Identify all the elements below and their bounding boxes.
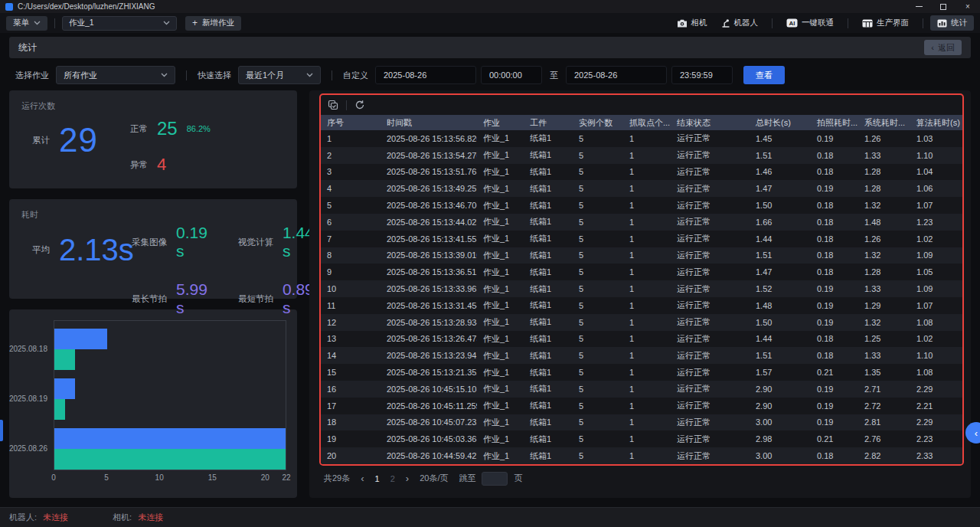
page-number-1[interactable]: 1	[375, 474, 380, 483]
back-button[interactable]: ‹ 返回	[924, 40, 962, 55]
tool-button-stats-chart[interactable]: 统计	[930, 15, 974, 31]
table-cell: 2.71	[858, 381, 910, 398]
table-row[interactable]: 12025-08-26 15:13:56.820作业_1纸箱151运行正常1.4…	[321, 130, 962, 147]
table-cell: 7	[321, 231, 381, 247]
chart-card: 2025.08.182025.08.192025.08.26 051015202…	[9, 309, 297, 498]
table-cell: 1.08	[910, 364, 962, 381]
robot-status-label: 机器人:	[9, 512, 37, 523]
table-cell: 1.33	[858, 347, 910, 364]
end-time-input[interactable]: 23:59:59	[671, 66, 733, 84]
table-cell: 5	[573, 447, 623, 464]
quick-select[interactable]: 最近1个月	[238, 66, 321, 84]
total-runs-label: 累计	[32, 135, 50, 146]
table-cell: 1.45	[750, 130, 811, 147]
run-count-card: 运行次数 累计 29 正常 25 86.2% 异常 4	[9, 90, 297, 188]
job-select-value: 作业_1	[69, 18, 94, 28]
stats-column: 运行次数 累计 29 正常 25 86.2% 异常 4 耗时 平均	[9, 90, 297, 498]
view-button[interactable]: 查看	[743, 66, 785, 84]
copy-check-icon[interactable]	[328, 100, 338, 110]
table-row[interactable]: 162025-08-26 10:45:15.108作业_1纸箱151运行正常2.…	[321, 381, 962, 398]
start-time-input[interactable]: 00:00:00	[481, 66, 542, 84]
table-row[interactable]: 142025-08-26 15:13:23.941作业_1纸箱151运行正常1.…	[321, 347, 962, 364]
add-job-button[interactable]: + 新增作业	[185, 16, 241, 31]
table-cell: 2025-08-26 15:13:21.352	[381, 364, 477, 381]
column-header: 系统耗时...	[858, 115, 910, 130]
table-row[interactable]: 182025-08-26 10:45:07.232作业_1纸箱151运行正常3.…	[321, 414, 962, 431]
tool-button-robot[interactable]: 机器人	[714, 15, 766, 31]
tool-button-camera[interactable]: 相机	[670, 15, 714, 31]
prev-page-button[interactable]: ‹	[361, 473, 364, 484]
time-stat-item: 最长节拍5.99 s	[132, 280, 207, 317]
chart-x-axis: 0510152022	[54, 470, 286, 486]
table-cell: 1	[623, 197, 671, 214]
table-cell: 0.21	[811, 364, 858, 381]
x-tick-label: 10	[155, 473, 164, 482]
camera-status-label: 相机:	[113, 512, 132, 523]
robot-status-value: 未连接	[43, 512, 68, 523]
table-cell: 运行正常	[671, 364, 750, 381]
table-cell: 运行正常	[671, 197, 750, 214]
table-row[interactable]: 42025-08-26 15:13:49.257作业_1纸箱151运行正常1.4…	[321, 180, 962, 197]
table-cell: 2025-08-26 10:45:07.232	[381, 414, 477, 431]
table-cell: 作业_1	[477, 447, 524, 464]
x-tick-label: 5	[104, 473, 109, 482]
minimize-button[interactable]	[906, 0, 931, 13]
jump-page-input[interactable]	[482, 472, 508, 486]
table-cell: 运行正常	[671, 180, 750, 197]
time-stat-item: 最短节拍0.89 s	[238, 280, 314, 317]
table-cell: 运行正常	[671, 247, 750, 264]
table-row[interactable]: 32025-08-26 15:13:51.763作业_1纸箱151运行正常1.4…	[321, 164, 962, 181]
table-cell: 1	[623, 147, 671, 164]
page-number-2[interactable]: 2	[390, 474, 395, 483]
table-row[interactable]: 22025-08-26 15:13:54.276作业_1纸箱151运行正常1.5…	[321, 147, 962, 164]
table-cell: 5	[573, 147, 623, 164]
table-cell: 5	[573, 331, 623, 348]
chart-category-labels: 2025.08.182025.08.192025.08.26	[9, 320, 47, 470]
chevron-left-icon: ‹	[931, 43, 934, 52]
table-row[interactable]: 132025-08-26 15:13:26.473作业_1纸箱151运行正常1.…	[321, 331, 962, 348]
start-date-input[interactable]: 2025-08-26	[375, 66, 476, 84]
table-cell: 0.19	[811, 398, 858, 414]
end-date-input[interactable]: 2025-08-26	[566, 66, 667, 84]
table-cell: 作业_1	[477, 164, 524, 181]
table-row[interactable]: 102025-08-26 15:13:33.963作业_1纸箱151运行正常1.…	[321, 280, 962, 297]
left-drawer-handle[interactable]	[0, 420, 3, 441]
table-row[interactable]: 92025-08-26 15:13:36.512作业_1纸箱151运行正常1.4…	[321, 264, 962, 280]
table-cell: 0.18	[811, 264, 858, 280]
table-cell: 纸箱1	[524, 247, 573, 264]
table-cell: 2.90	[750, 398, 811, 414]
table-row[interactable]: 172025-08-26 10:45:11.259作业_1纸箱151运行正常2.…	[321, 398, 962, 414]
table-row[interactable]: 62025-08-26 15:13:44.027作业_1纸箱151运行正常1.6…	[321, 214, 962, 231]
end-date-value: 2025-08-26	[574, 70, 617, 80]
bar-总次数-2025.08.18	[54, 329, 107, 349]
table-row[interactable]: 72025-08-26 15:13:41.553作业_1纸箱151运行正常1.4…	[321, 231, 962, 247]
table-cell: 1	[321, 130, 381, 147]
table-cell: 20	[321, 447, 381, 464]
table-row[interactable]: 82025-08-26 15:13:39.010作业_1纸箱151运行正常1.5…	[321, 247, 962, 264]
table-row[interactable]: 52025-08-26 15:13:46.706作业_1纸箱151运行正常1.5…	[321, 197, 962, 214]
maximize-button[interactable]	[931, 0, 956, 13]
table-cell: 1.48	[750, 297, 811, 314]
table-cell: 3.00	[750, 447, 811, 464]
table-cell: 0.19	[811, 414, 858, 431]
menubar: 菜单 作业_1 + 新增作业 相机机器人AI一键联通生产界面统计	[0, 13, 980, 33]
table-cell: 18	[321, 414, 381, 431]
refresh-icon[interactable]	[354, 100, 365, 110]
job-filter-select[interactable]: 所有作业	[56, 66, 175, 84]
table-cell: 0.18	[811, 247, 858, 264]
table-row[interactable]: 152025-08-26 15:13:21.352作业_1纸箱151运行正常1.…	[321, 364, 962, 381]
table-row[interactable]: 192025-08-26 10:45:03.368作业_1纸箱151运行正常2.…	[321, 430, 962, 447]
x-tick-label: 15	[208, 473, 217, 482]
table-cell: 作业_1	[477, 130, 524, 147]
menu-button[interactable]: 菜单	[6, 16, 47, 31]
table-row[interactable]: 202025-08-26 10:44:59.427作业_1纸箱151运行正常3.…	[321, 447, 962, 464]
table-row[interactable]: 122025-08-26 15:13:28.934作业_1纸箱151运行正常1.…	[321, 314, 962, 331]
next-page-button[interactable]: ›	[406, 473, 409, 484]
table-cell: 3	[321, 164, 381, 181]
job-select[interactable]: 作业_1	[62, 16, 177, 31]
per-page-select[interactable]: 20条/页	[420, 473, 448, 484]
close-button[interactable]: ×	[956, 0, 980, 13]
tool-button-production-grid[interactable]: 生产界面	[855, 15, 916, 31]
table-row[interactable]: 112025-08-26 15:13:31.454作业_1纸箱151运行正常1.…	[321, 297, 962, 314]
tool-button-ai[interactable]: AI一键联通	[779, 15, 841, 31]
